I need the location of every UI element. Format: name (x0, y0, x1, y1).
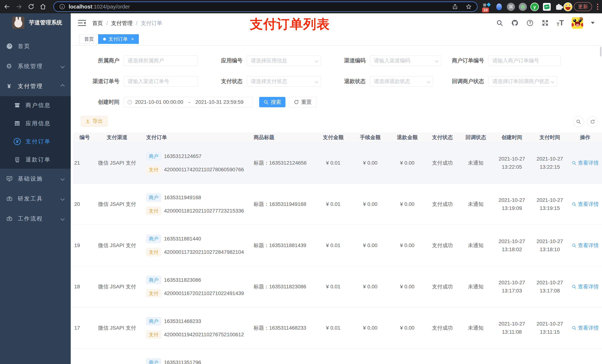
sidebar-item-pay[interactable]: ¥ 支付管理 (0, 76, 71, 96)
font-size-icon[interactable]: TT (557, 19, 564, 27)
refund-status-select[interactable] (370, 76, 433, 87)
browser-home-button[interactable] (39, 3, 47, 11)
browser-menu-button[interactable] (596, 3, 599, 10)
cell-fee: ¥ 0.00 (352, 225, 389, 266)
date-start: 2021-10-01 00:00:00 (135, 99, 183, 105)
cell-pay-order: 商户1635311949168 支付4200001181202110277723… (138, 184, 252, 225)
tab-pay-order[interactable]: 支付订单 × (98, 34, 139, 44)
extension-balloon-icon[interactable] (495, 2, 504, 11)
breadcrumb-pay-group[interactable]: 支付管理 (111, 20, 133, 27)
tags-view-bar: 首页 支付订单 × (71, 32, 602, 46)
tab-home[interactable]: 首页 (79, 34, 99, 44)
avatar-caret-icon[interactable] (591, 22, 595, 24)
app-select[interactable] (247, 55, 321, 66)
site-info-icon[interactable] (59, 3, 65, 10)
sidebar-item-home[interactable]: 首页 (0, 36, 71, 56)
filter-label: 支付状态 (201, 78, 243, 85)
create-time-range-input[interactable]: 2021-10-01 00:00:00 - 2021-10-31 23:59:5… (124, 97, 252, 107)
sidebar-item-label: 研发工具 (18, 195, 43, 203)
reset-button[interactable]: 重置 (289, 97, 317, 107)
hide-search-button[interactable] (573, 116, 584, 127)
view-detail-link[interactable]: 查看详情 (572, 201, 599, 208)
browser-update-button[interactable]: 更新 (574, 2, 592, 11)
cell-pay-order: 商户1635311351796 支付 (138, 349, 252, 364)
channel-code-select[interactable] (370, 55, 441, 66)
extension-y-icon[interactable]: y (530, 2, 539, 11)
filter-channel-code: 渠道编码 (324, 55, 441, 66)
app-logo (12, 16, 24, 29)
browser-reload-button[interactable] (27, 3, 35, 11)
merchant-order-no: 1635311468233 (164, 318, 201, 324)
filter-label: 回调商户状态 (442, 78, 484, 85)
cell-amount (315, 349, 352, 364)
export-button[interactable]: 导出 (81, 116, 107, 126)
extension-dot-icon[interactable] (518, 2, 527, 11)
table-row: 商户1635311351796 支付 (73, 349, 602, 364)
fullscreen-icon[interactable] (541, 19, 549, 27)
sidebar-fold-button[interactable] (78, 19, 86, 27)
extension-blocks-icon[interactable]: 10 (483, 2, 491, 11)
merchant-select[interactable] (124, 55, 198, 66)
sidebar-item-workflow[interactable]: 工作流程 (0, 209, 71, 229)
sidebar-item-pay-order[interactable]: ¥ 支付订单 (0, 132, 71, 151)
cell-title: 标题：1635312124656 (252, 142, 315, 184)
sidebar-item-refund-order[interactable]: 退款订单 (0, 151, 71, 169)
cell-created (492, 349, 531, 364)
url-bar[interactable]: localhost:1024/pay/order (53, 1, 478, 12)
sidebar-item-merchant-info[interactable]: 商户信息 (0, 96, 71, 114)
app-title: 芋道管理系统 (29, 19, 62, 26)
extensions-puzzle-icon[interactable] (555, 2, 563, 11)
sidebar-item-dev-tools[interactable]: 研发工具 (0, 189, 71, 209)
view-detail-link[interactable]: 查看详情 (572, 283, 599, 290)
search-icon (263, 100, 269, 105)
col-header-title: 商品标题 (252, 133, 315, 142)
browser-profile-avatar[interactable] (563, 2, 572, 11)
table-row: 17 微信 JSAPI 支付 商户1635311468233 支付4200001… (73, 307, 602, 349)
breadcrumb-home[interactable]: 首页 (92, 20, 103, 27)
search-button[interactable]: 搜索 (259, 97, 285, 107)
browser-back-button[interactable] (3, 3, 11, 11)
cell-title: 标题：1635311823086 (252, 266, 315, 307)
download-icon (85, 119, 90, 124)
scrollbar-thumb[interactable] (600, 47, 602, 56)
chevron-up-icon (61, 84, 65, 88)
sidebar-item-system[interactable]: ⚙ 系统管理 (0, 56, 71, 76)
chevron-down-icon (61, 177, 65, 181)
merchant-order-no-input[interactable] (489, 55, 561, 66)
cell-actions: 查看详情 (568, 225, 602, 266)
github-icon[interactable] (511, 19, 518, 27)
refresh-icon (294, 100, 299, 105)
app-logo-row[interactable]: 芋道管理系统 (0, 13, 71, 32)
pay-status-select[interactable] (247, 76, 321, 87)
gear-icon: ⚙ (6, 63, 13, 70)
pay-tag: 支付 (146, 289, 161, 297)
notify-status-select[interactable] (489, 76, 557, 87)
sidebar-item-infra[interactable]: 基础设施 (0, 169, 71, 189)
cell-pay-order: 商户1635312124657 支付4200001174202110278060… (138, 142, 252, 184)
view-detail-link[interactable]: 查看详情 (572, 242, 599, 249)
view-detail-link[interactable]: 查看详情 (572, 159, 599, 166)
cell-amount: ¥ 0.01 (315, 142, 352, 184)
bookmark-star-icon[interactable] (466, 3, 472, 10)
document-icon (14, 156, 21, 163)
cell-title: 标题：1635311949168 (252, 184, 315, 225)
tab-close-icon[interactable]: × (131, 37, 134, 42)
filter-pay-status: 支付状态 (201, 76, 321, 87)
filter-label: 所属商户 (78, 57, 119, 64)
refresh-table-button[interactable] (587, 116, 598, 127)
view-detail-link[interactable]: 查看详情 (572, 324, 599, 332)
extension-chat-icon[interactable] (542, 2, 551, 11)
filter-label: 商户订单编号 (442, 57, 484, 64)
orders-table: 编号 支付渠道 支付订单 商品标题 支付金额 手续金额 退款金额 支付状态 回调… (73, 133, 602, 364)
help-icon[interactable] (526, 19, 534, 27)
cell-id: 21 (73, 142, 96, 184)
sidebar-item-app-info[interactable]: 应用信息 (0, 114, 71, 132)
header-search-icon[interactable] (496, 19, 503, 27)
cell-amount: ¥ 0.01 (315, 225, 352, 266)
browser-forward-button[interactable] (15, 3, 23, 11)
channel-order-no-input[interactable] (124, 76, 198, 87)
user-avatar[interactable] (572, 17, 583, 29)
cell-fee: ¥ 0.00 (352, 266, 389, 307)
share-icon[interactable] (452, 3, 458, 10)
extension-command-icon[interactable]: ⌘ (506, 2, 515, 11)
